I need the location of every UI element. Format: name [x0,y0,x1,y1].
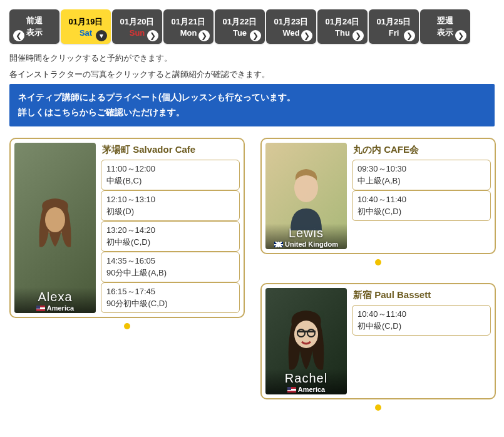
date-label: 01月21日 [172,16,206,28]
chevron-right-icon: ❯ [250,30,261,41]
dow-label: Fri [389,28,399,38]
time-slot[interactable]: 10:40～11:40初中級(C,D) [352,305,491,336]
column-left: Alexa America 茅場町 Salvador Cafe 11:00～12… [9,138,245,331]
chevron-right-icon: ❯ [352,30,364,41]
date-label: 01月25日 [377,16,411,28]
card-rachel-wrap: Rachel America 新宿 Paul Bassett 10:40～11:… [260,283,496,413]
banner-line-2: 詳しくはこちらからご確認いただけます。 [18,105,486,120]
dow-label: Tue [233,28,247,38]
slot-time: 10:40～11:40 [357,193,485,206]
svg-point-1 [45,207,65,232]
instructor-photo-alexa[interactable]: Alexa America [14,143,96,313]
card-info: 丸の内 CAFE会 09:30～10:30中上級(A,B)10:40～11:40… [352,143,491,249]
schedule-grid: Alexa America 茅場町 Salvador Cafe 11:00～12… [9,138,495,413]
person-icon [14,143,96,313]
slot-level: 中級(B,C) [106,175,234,187]
slot-level: 90分初中級(C,D) [106,297,234,310]
dot-icon [124,323,130,329]
note-click-time: 開催時間をクリックすると予約ができます。 [9,51,495,65]
slot-time: 10:40～11:40 [357,308,485,321]
next-label-1: 翌週 [437,15,453,26]
flag-us-icon [287,387,296,393]
instructor-card-rachel: Rachel America 新宿 Paul Bassett 10:40～11:… [260,283,496,399]
pagination-dots [260,258,496,267]
dow-label: Mon [180,28,197,38]
dot-icon [375,259,381,265]
slot-level: 初中級(C,D) [357,320,485,332]
person-icon [265,143,347,249]
pagination-dots [260,403,496,413]
banner-line-1: ネイティブ講師によるプライベート(個人)レッスンも行なっています。 [18,90,486,105]
flag-us-icon [36,306,45,311]
time-slot[interactable]: 12:10～13:10初級(D) [101,190,240,221]
flag-uk-icon [274,242,283,247]
time-slot[interactable]: 11:00～12:00中級(B,C) [101,160,240,190]
svg-rect-4 [297,331,316,332]
private-lesson-banner[interactable]: ネイティブ講師によるプライベート(個人)レッスンも行なっています。 詳しくはこち… [9,84,495,126]
pagination-dots [9,322,245,331]
date-label: 01月24日 [326,16,360,28]
date-navigation: 前週 表示 ❮ 01月19日Sat▾01月20日Sun❯01月21日Mon❯01… [9,9,495,44]
slot-level: 初中級(C,D) [106,236,234,249]
next-week-button[interactable]: 翌週 表示 ❯ [420,9,470,44]
column-right: Lewis United Kingdom 丸の内 CAFE会 09:30～10:… [260,138,496,413]
date-button-6[interactable]: 01月25日Fri❯ [369,9,419,44]
instructor-card-lewis: Lewis United Kingdom 丸の内 CAFE会 09:30～10:… [260,138,496,254]
chevron-right-icon: ❯ [301,30,312,41]
instructor-photo-lewis[interactable]: Lewis United Kingdom [265,143,347,249]
date-button-1[interactable]: 01月20日Sun❯ [112,9,162,44]
time-slot[interactable]: 09:30～10:30中上級(A,B) [352,160,491,190]
chevron-left-icon: ❮ [13,30,24,41]
note-click-photo: 各インストラクターの写真をクリックすると講師紹介が確認できます。 [9,68,495,81]
dow-label: Sat [80,28,92,38]
card-info: 新宿 Paul Bassett 10:40～11:40初中級(C,D) [352,288,491,394]
card-alexa-wrap: Alexa America 茅場町 Salvador Cafe 11:00～12… [9,138,245,331]
chevron-right-icon: ❯ [198,30,210,41]
slot-time: 11:00～12:00 [106,163,234,175]
date-button-2[interactable]: 01月21日Mon❯ [163,9,213,44]
time-slot[interactable]: 14:35～16:0590分中上級(A,B) [101,252,240,282]
card-lewis-wrap: Lewis United Kingdom 丸の内 CAFE会 09:30～10:… [260,138,496,267]
chevron-right-icon: ❯ [455,30,466,41]
prev-label-1: 前週 [26,15,43,26]
date-button-5[interactable]: 01月24日Thu❯ [317,9,368,44]
slot-level: 初級(D) [106,205,234,218]
date-button-4[interactable]: 01月23日Wed❯ [266,9,316,44]
location-title: 茅場町 Salvador Cafe [102,144,240,156]
dow-label: Wed [282,28,299,38]
date-button-0[interactable]: 01月19日Sat▾ [61,9,111,44]
slot-time: 09:30～10:30 [357,163,485,175]
time-slot[interactable]: 10:40～11:40初中級(C,D) [352,190,491,221]
date-label: 01月19日 [69,16,103,28]
chevron-right-icon: ❯ [404,30,415,41]
slot-level: 中上級(A,B) [357,175,485,187]
instructor-photo-rachel[interactable]: Rachel America [265,288,347,394]
prev-week-button[interactable]: 前週 表示 ❮ [9,9,59,44]
chevron-down-icon: ▾ [96,30,107,41]
slot-level: 90分中上級(A,B) [106,267,234,279]
instructor-card-alexa: Alexa America 茅場町 Salvador Cafe 11:00～12… [9,138,245,318]
slot-level: 初中級(C,D) [357,205,485,218]
dow-label: Thu [335,28,350,38]
date-label: 01月23日 [274,16,309,28]
date-button-3[interactable]: 01月22日Tue❯ [215,9,265,44]
card-info: 茅場町 Salvador Cafe 11:00～12:00中級(B,C)12:1… [101,143,240,313]
prev-label-2: 表示 [26,27,43,38]
slot-time: 12:10～13:10 [106,193,234,206]
time-slot[interactable]: 16:15～17:4590分初中級(C,D) [101,282,240,313]
location-title: 丸の内 CAFE会 [353,144,491,156]
next-label-2: 表示 [437,27,453,38]
person-icon [265,288,347,394]
slot-time: 14:35～16:05 [106,255,234,267]
time-slot[interactable]: 13:20～14:20初中級(C,D) [101,221,240,252]
location-title: 新宿 Paul Bassett [353,289,491,301]
dow-label: Sun [130,28,145,38]
dot-icon [375,404,381,411]
slot-time: 16:15～17:45 [106,285,234,298]
chevron-right-icon: ❯ [147,30,158,41]
date-label: 01月20日 [120,16,155,28]
date-label: 01月22日 [223,16,257,28]
slot-time: 13:20～14:20 [106,224,234,237]
